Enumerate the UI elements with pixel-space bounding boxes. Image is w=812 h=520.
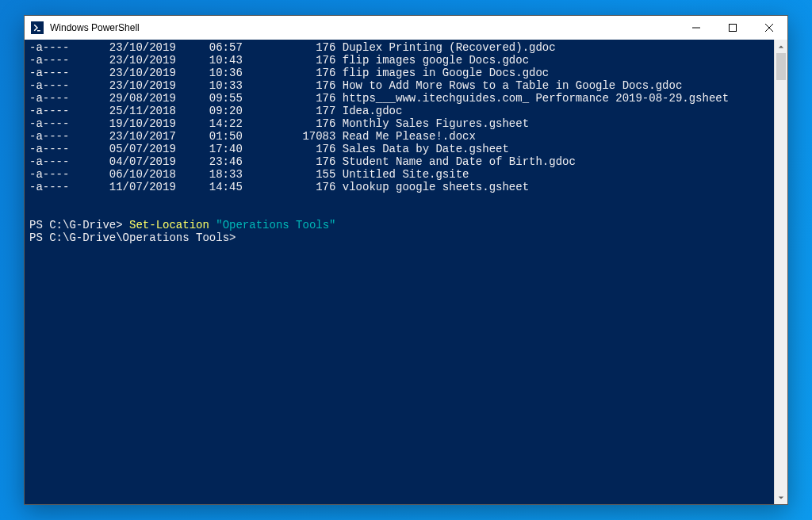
svg-rect-2	[730, 25, 737, 32]
scrollbar-vertical[interactable]	[774, 40, 787, 504]
file-row: -a----23/10/201910:43176flip images goog…	[29, 54, 769, 67]
file-row: -a----23/10/201910:33176How to Add More …	[29, 79, 769, 92]
cell-fname: flip images in Google Docs.gdoc	[335, 67, 549, 79]
cell-mode: -a----	[29, 105, 109, 117]
cell-fname: vlookup google sheets.gsheet	[335, 181, 529, 193]
file-row: -a----04/07/201923:46176Student Name and…	[29, 155, 769, 168]
cell-time: 10:33	[209, 79, 243, 92]
cell-fname: Duplex Printing (Recovered).gdoc	[335, 41, 555, 54]
cell-date: 23/10/2019	[109, 41, 176, 54]
cell-time: 01:50	[209, 130, 243, 143]
cell-time: 09:55	[209, 92, 243, 105]
scrollbar-track[interactable]	[775, 53, 787, 491]
prompt-prefix: PS C:\G-Drive\Operations Tools>	[29, 231, 236, 244]
file-row: -a----23/10/201701:5017083Read Me Please…	[29, 130, 769, 143]
cell-mode: -a----	[29, 181, 109, 193]
cell-fname: Student Name and Date of Birth.gdoc	[335, 155, 575, 168]
cell-date: 23/10/2017	[109, 130, 176, 143]
cell-fname: https___www.itechguides.com_ Performance…	[335, 92, 729, 105]
cell-date: 11/07/2019	[109, 181, 176, 193]
file-row: -a----06/10/201818:33155Untitled Site.gs…	[29, 168, 769, 181]
cell-mode: -a----	[29, 92, 109, 105]
powershell-window: Windows PowerShell -a----23/10/201906:57…	[24, 15, 788, 505]
cell-time: 23:46	[209, 155, 243, 168]
window-title: Windows PowerShell	[50, 22, 140, 33]
cell-date: 04/07/2019	[109, 155, 176, 168]
cell-size: 177	[243, 105, 336, 117]
file-row: -a----25/11/201809:20177Idea.gdoc	[29, 105, 769, 117]
cell-date: 25/11/2018	[109, 105, 176, 117]
cell-fname: Idea.gdoc	[335, 105, 402, 117]
cell-size: 176	[243, 41, 336, 54]
cell-size: 176	[243, 54, 336, 67]
cell-size: 155	[243, 168, 336, 181]
cell-mode: -a----	[29, 143, 109, 155]
cell-fname: How to Add More Rows to a Table in Googl…	[335, 79, 682, 92]
cell-fname: Read Me Please!.docx	[335, 130, 475, 143]
cell-time: 14:45	[209, 181, 243, 193]
scroll-down-button[interactable]	[775, 491, 787, 504]
window-controls	[678, 16, 787, 40]
cell-time: 14:22	[209, 117, 243, 130]
cell-fname: Monthly Sales Figures.gsheet	[335, 117, 529, 130]
cell-fname: flip images google Docs.gdoc	[335, 54, 529, 67]
scroll-up-button[interactable]	[775, 40, 787, 53]
cell-mode: -a----	[29, 130, 109, 143]
cell-size: 176	[243, 67, 336, 79]
cell-size: 176	[243, 79, 336, 92]
file-row: -a----19/10/201914:22176Monthly Sales Fi…	[29, 117, 769, 130]
cell-time: 06:57	[209, 41, 243, 54]
cell-fname: Sales Data by Date.gsheet	[335, 143, 508, 155]
cell-date: 05/07/2019	[109, 143, 176, 155]
file-row: -a----29/08/201909:55176https___www.itec…	[29, 92, 769, 105]
prompt-line-1: PS C:\G-Drive> Set-Location "Operations …	[29, 219, 769, 231]
terminal-output[interactable]: -a----23/10/201906:57176Duplex Printing …	[25, 40, 774, 504]
cell-mode: -a----	[29, 117, 109, 130]
cell-date: 23/10/2019	[109, 79, 176, 92]
cell-size: 176	[243, 143, 336, 155]
titlebar[interactable]: Windows PowerShell	[25, 16, 787, 40]
cell-date: 23/10/2019	[109, 54, 176, 67]
cell-size: 176	[243, 155, 336, 168]
cell-size: 176	[243, 181, 336, 193]
cell-size: 176	[243, 117, 336, 130]
maximize-button[interactable]	[714, 16, 751, 40]
terminal-area: -a----23/10/201906:57176Duplex Printing …	[25, 40, 787, 504]
prompt-prefix: PS C:\G-Drive>	[29, 219, 129, 231]
cell-mode: -a----	[29, 79, 109, 92]
cell-date: 23/10/2019	[109, 67, 176, 79]
cell-size: 17083	[243, 130, 336, 143]
cell-mode: -a----	[29, 155, 109, 168]
cell-mode: -a----	[29, 54, 109, 67]
minimize-button[interactable]	[678, 16, 714, 40]
string-token: "Operations Tools"	[216, 219, 335, 231]
cell-mode: -a----	[29, 41, 109, 54]
cell-mode: -a----	[29, 168, 109, 181]
cell-time: 17:40	[209, 143, 243, 155]
file-row: -a----23/10/201906:57176Duplex Printing …	[29, 41, 769, 54]
powershell-icon	[31, 21, 44, 34]
cell-time: 10:43	[209, 54, 243, 67]
prompt-line-2[interactable]: PS C:\G-Drive\Operations Tools>	[29, 231, 769, 244]
file-row: -a----11/07/201914:45176vlookup google s…	[29, 181, 769, 193]
cell-mode: -a----	[29, 67, 109, 79]
file-row: -a----23/10/201910:36176flip images in G…	[29, 67, 769, 79]
scrollbar-thumb[interactable]	[776, 53, 786, 80]
cell-fname: Untitled Site.gsite	[335, 168, 469, 181]
cell-time: 18:33	[209, 168, 243, 181]
close-button[interactable]	[751, 16, 787, 40]
cell-date: 29/08/2019	[109, 92, 176, 105]
cmdlet-token: Set-Location	[129, 219, 209, 231]
cell-date: 19/10/2019	[109, 117, 176, 130]
cell-size: 176	[243, 92, 336, 105]
cell-time: 10:36	[209, 67, 243, 79]
cell-time: 09:20	[209, 105, 243, 117]
cell-date: 06/10/2018	[109, 168, 176, 181]
file-row: -a----05/07/201917:40176Sales Data by Da…	[29, 143, 769, 155]
